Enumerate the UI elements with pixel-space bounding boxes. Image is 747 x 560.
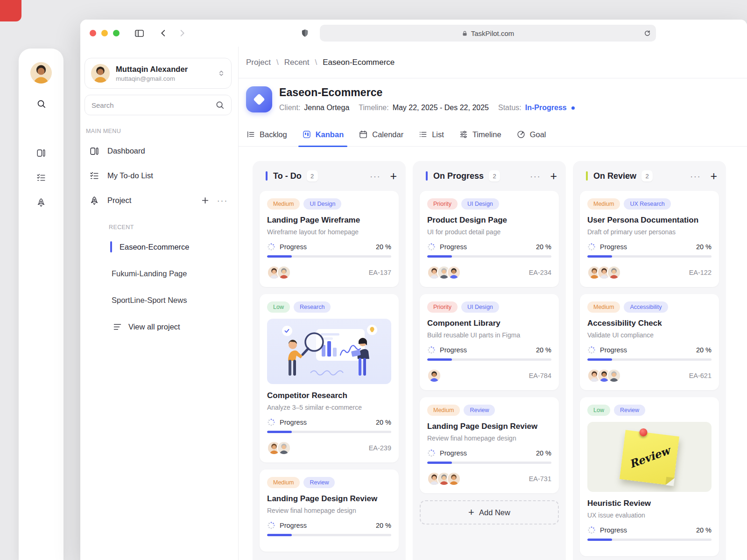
avatar[interactable] — [30, 62, 52, 84]
card-subtitle: Validate UI compliance — [587, 331, 712, 339]
progress-bar-fill — [587, 539, 612, 541]
tag-row: LowReview — [587, 405, 712, 416]
column-title: On Review — [593, 171, 636, 181]
sidebar-item-todo-list[interactable]: My To-do List — [85, 163, 232, 188]
view-all-projects[interactable]: View all project — [85, 315, 232, 338]
recent-item-fukumi-landing-page[interactable]: Fukumi-Landing Page — [85, 262, 232, 285]
progress-label: Progress — [440, 449, 467, 457]
avatar-group — [427, 369, 441, 383]
column-more-icon[interactable]: ··· — [530, 172, 541, 181]
traffic-light-close[interactable] — [90, 30, 96, 36]
url-text: TaskPilot.com — [471, 29, 514, 37]
tag-medium: Medium — [587, 301, 620, 313]
tab-goal[interactable]: Goal — [516, 130, 546, 146]
status-label: Status: — [498, 104, 521, 112]
back-button[interactable] — [158, 28, 169, 38]
task-card[interactable]: MediumUI DesignLanding Page WireframeWir… — [260, 191, 399, 287]
search-box — [85, 95, 232, 115]
recent-item-easeon-ecommerce[interactable]: Easeon-Ecommerce — [85, 235, 232, 259]
search-input[interactable] — [92, 101, 215, 109]
progress-value: 20 % — [696, 346, 712, 354]
profile-avatar — [91, 64, 110, 83]
recent-item-sportline-sport-news[interactable]: SportLine-Sport News — [85, 288, 232, 312]
sidebar-item-project[interactable]: Project ··· — [85, 188, 232, 213]
task-card[interactable]: MediumUX ResearchUser Persona Documentat… — [580, 191, 719, 287]
avatar-group — [267, 441, 291, 455]
breadcrumb-project[interactable]: Project — [246, 58, 271, 67]
tab-list[interactable]: List — [418, 130, 444, 146]
sidebar-item-dashboard[interactable]: Dashboard — [85, 139, 232, 163]
progress-value: 20 % — [536, 243, 551, 251]
card-id: EA-122 — [689, 269, 712, 276]
card-footer: EA-731 — [427, 472, 551, 486]
url-bar[interactable]: TaskPilot.com — [320, 25, 656, 42]
kanban-column-on-review: On Review2···+MediumUX ResearchUser Pers… — [573, 161, 726, 560]
forward-button[interactable] — [177, 28, 187, 38]
progress-label: Progress — [280, 522, 307, 529]
card-title: Heuristic Review — [587, 499, 712, 508]
rocket-icon[interactable] — [36, 197, 46, 208]
avatar-group — [267, 266, 291, 280]
kanban-board: To - Do2···+MediumUI DesignLanding Page … — [239, 147, 747, 560]
recent-item-label: Easeon-Ecommerce — [120, 243, 189, 252]
chevron-updown-icon[interactable] — [217, 69, 226, 77]
task-card[interactable]: PriorityUI DesignComponent LibraryBuild … — [420, 294, 559, 390]
tag-row: LowResearch — [267, 301, 391, 313]
column-more-icon[interactable]: ··· — [690, 172, 701, 181]
tag-medium: Medium — [267, 477, 300, 488]
task-card[interactable]: MediumReviewLanding Page Design ReviewRe… — [260, 469, 399, 552]
task-card[interactable]: MediumAccessibilityAccessibility CheckVa… — [580, 294, 719, 390]
avatar — [447, 266, 461, 280]
task-card[interactable]: PriorityUI DesignProduct Design PageUI f… — [420, 191, 559, 287]
card-footer: EA-137 — [267, 266, 391, 280]
task-card[interactable]: MediumReviewLanding Page Design ReviewRe… — [420, 397, 559, 493]
spinner-icon — [267, 243, 275, 251]
avatar — [277, 441, 291, 455]
breadcrumb-recent[interactable]: Recent — [284, 58, 310, 67]
progress-bar-fill — [587, 255, 612, 258]
goal-icon — [516, 130, 526, 139]
column-count-badge: 2 — [307, 170, 318, 182]
progress-value: 20 % — [536, 449, 551, 457]
card-title: Accessibility Check — [587, 319, 712, 328]
tab-calendar[interactable]: Calendar — [359, 130, 403, 146]
project-logo — [246, 86, 272, 112]
add-new-button[interactable]: +Add New — [420, 500, 559, 525]
traffic-light-minimize[interactable] — [101, 30, 108, 36]
tag-row: MediumAccessibility — [587, 301, 712, 313]
task-card[interactable]: LowReviewReviewHeuristic ReviewUX issue … — [580, 397, 719, 556]
progress-label: Progress — [600, 346, 627, 354]
privacy-shield-icon[interactable] — [300, 28, 310, 38]
column-add-icon[interactable]: + — [390, 171, 397, 181]
active-indicator-bar — [110, 241, 112, 252]
tag-row: MediumUI Design — [267, 198, 391, 210]
progress-bar — [587, 255, 712, 258]
avatar-group — [587, 369, 621, 383]
search-icon[interactable] — [215, 100, 225, 110]
tab-backlog[interactable]: Backlog — [246, 130, 287, 146]
sidebar-toggle-icon[interactable] — [134, 28, 145, 39]
add-project-button[interactable] — [201, 196, 210, 205]
timeline-value: May 22, 2025 - Des 22, 2025 — [393, 104, 489, 112]
profile-card[interactable]: Muttaqin Alexander muttaqin@gmail.com — [85, 58, 232, 89]
progress-bar-fill — [267, 534, 292, 536]
dashboard-icon[interactable] — [36, 148, 46, 158]
progress-value: 20 % — [696, 526, 712, 534]
browser-chrome: TaskPilot.com — [80, 20, 747, 47]
reload-icon[interactable] — [643, 29, 651, 37]
progress-bar — [267, 431, 391, 433]
task-card[interactable]: LowResearchCompetitor ResearchAnalyze 3–… — [260, 294, 399, 462]
column-more-icon[interactable]: ··· — [370, 172, 381, 181]
tab-timeline[interactable]: Timeline — [459, 130, 501, 146]
todo-list-icon[interactable] — [36, 173, 46, 183]
menu-item-label: My To-do List — [107, 171, 153, 180]
progress-value: 20 % — [376, 419, 391, 426]
search-icon[interactable] — [36, 99, 46, 109]
tab-kanban[interactable]: Kanban — [302, 130, 344, 146]
progress-row: Progress20 % — [427, 243, 551, 251]
column-add-icon[interactable]: + — [550, 171, 557, 181]
avatar-group — [587, 266, 621, 280]
project-more-icon[interactable]: ··· — [217, 196, 228, 205]
traffic-light-zoom[interactable] — [113, 30, 120, 36]
column-add-icon[interactable]: + — [710, 171, 717, 181]
